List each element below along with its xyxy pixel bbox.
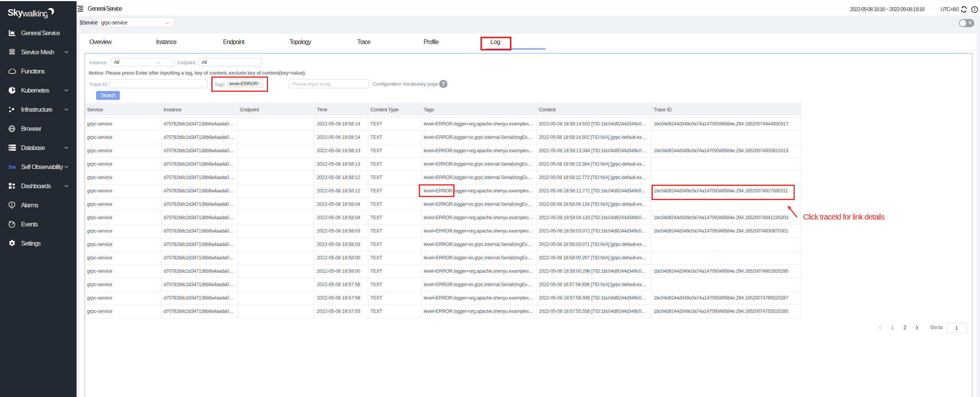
svg-text:Sw: Sw [8, 164, 16, 170]
